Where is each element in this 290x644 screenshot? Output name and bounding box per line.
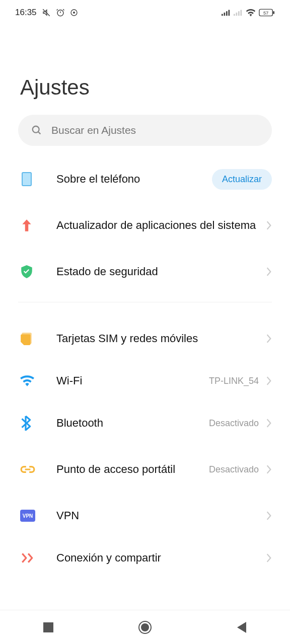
shield-icon bbox=[20, 265, 33, 279]
signal-icon-1 bbox=[222, 9, 231, 16]
chevron-right-icon bbox=[266, 376, 272, 386]
svg-rect-12 bbox=[236, 13, 238, 16]
svg-point-18 bbox=[33, 126, 39, 133]
chevron-right-icon bbox=[266, 553, 272, 563]
settings-list: Sobre el teléfono Actualizar Actualizado… bbox=[0, 158, 290, 579]
item-wifi[interactable]: Wi-Fi TP-LINK_54 bbox=[0, 360, 290, 402]
svg-line-19 bbox=[38, 132, 41, 134]
battery-icon: 57 bbox=[259, 9, 275, 17]
link-icon bbox=[20, 464, 35, 474]
item-about-phone[interactable]: Sobre el teléfono Actualizar bbox=[0, 158, 290, 200]
chevron-right-icon bbox=[266, 334, 272, 344]
navigation-bar bbox=[0, 610, 290, 644]
svg-rect-20 bbox=[22, 173, 31, 186]
alarm-icon bbox=[56, 8, 65, 17]
back-button[interactable] bbox=[234, 620, 249, 635]
update-badge[interactable]: Actualizar bbox=[212, 169, 272, 190]
bluetooth-icon bbox=[20, 416, 31, 431]
chevron-right-icon bbox=[266, 267, 272, 277]
item-label: Punto de acceso portátil bbox=[56, 462, 209, 477]
item-bluetooth[interactable]: Bluetooth Desactivado bbox=[0, 402, 290, 444]
page-title: Ajustes bbox=[0, 25, 290, 115]
item-label: Wi-Fi bbox=[56, 374, 209, 388]
home-button[interactable] bbox=[137, 620, 153, 635]
item-value: Desactivado bbox=[209, 418, 259, 429]
status-left: 16:35 bbox=[15, 8, 78, 18]
svg-rect-11 bbox=[234, 14, 235, 16]
share-icon bbox=[20, 552, 34, 564]
target-icon bbox=[70, 9, 78, 17]
divider bbox=[18, 302, 272, 302]
item-value: TP-LINK_54 bbox=[209, 376, 259, 386]
status-right: 57 bbox=[222, 9, 275, 17]
search-bar[interactable] bbox=[18, 115, 272, 146]
chevron-right-icon bbox=[266, 220, 272, 230]
svg-rect-14 bbox=[241, 10, 242, 16]
svg-line-4 bbox=[63, 9, 64, 10]
svg-line-3 bbox=[56, 9, 57, 10]
item-label: VPN bbox=[56, 509, 266, 523]
svg-point-6 bbox=[73, 12, 75, 14]
svg-text:57: 57 bbox=[263, 10, 268, 16]
svg-text:VPN: VPN bbox=[23, 513, 33, 519]
item-label: Tarjetas SIM y redes móviles bbox=[56, 332, 266, 346]
item-sim-networks[interactable]: Tarjetas SIM y redes móviles bbox=[0, 317, 290, 360]
chevron-right-icon bbox=[266, 418, 272, 428]
item-security-status[interactable]: Estado de seguridad bbox=[0, 251, 290, 293]
sim-icon bbox=[20, 332, 33, 346]
svg-rect-23 bbox=[43, 622, 53, 632]
item-label: Sobre el teléfono bbox=[56, 172, 212, 187]
status-time: 16:35 bbox=[15, 8, 37, 18]
vpn-icon: VPN bbox=[20, 510, 35, 522]
upload-icon bbox=[20, 218, 33, 232]
svg-rect-10 bbox=[229, 10, 230, 16]
svg-rect-8 bbox=[224, 13, 226, 16]
signal-icon-2 bbox=[234, 9, 243, 16]
status-bar: 16:35 57 bbox=[0, 0, 290, 25]
item-vpn[interactable]: VPN VPN bbox=[0, 495, 290, 537]
recent-apps-button[interactable] bbox=[41, 620, 56, 635]
item-label: Bluetooth bbox=[56, 416, 209, 431]
phone-icon bbox=[20, 172, 33, 187]
search-icon bbox=[31, 125, 42, 136]
item-label: Estado de seguridad bbox=[56, 265, 266, 279]
item-label: Actualizador de aplicaciones del sistema bbox=[56, 218, 266, 233]
mute-icon bbox=[42, 8, 51, 17]
wifi-icon bbox=[20, 375, 34, 386]
wifi-status-icon bbox=[246, 9, 256, 17]
svg-point-25 bbox=[141, 623, 149, 631]
chevron-right-icon bbox=[266, 511, 272, 521]
svg-rect-13 bbox=[238, 11, 240, 16]
item-system-updater[interactable]: Actualizador de aplicaciones del sistema bbox=[0, 200, 290, 251]
item-value: Desactivado bbox=[209, 464, 259, 475]
chevron-right-icon bbox=[266, 464, 272, 474]
svg-rect-9 bbox=[226, 11, 228, 16]
item-connection-share[interactable]: Conexión y compartir bbox=[0, 537, 290, 579]
item-hotspot[interactable]: Punto de acceso portátil Desactivado bbox=[0, 444, 290, 495]
svg-rect-7 bbox=[222, 14, 223, 16]
search-input[interactable] bbox=[51, 124, 259, 136]
svg-rect-16 bbox=[273, 11, 274, 14]
item-label: Conexión y compartir bbox=[56, 551, 266, 566]
